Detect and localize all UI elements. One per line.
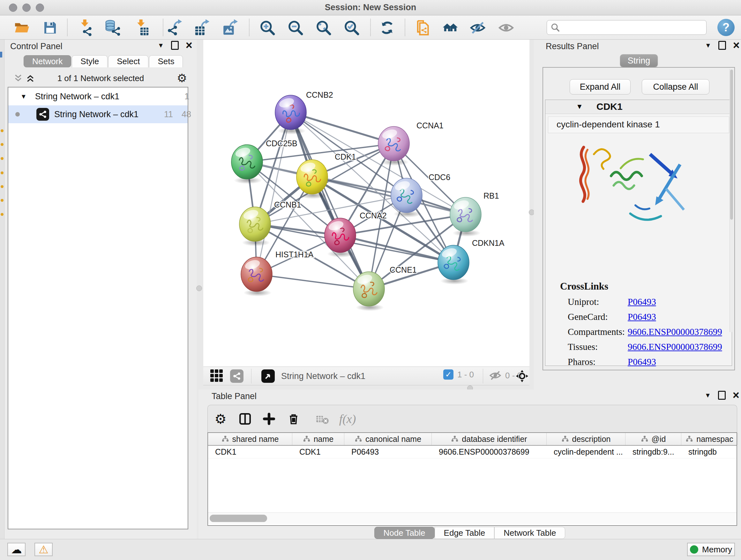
panel-close-icon[interactable]: × [733,391,739,400]
tab-node-table[interactable]: Node Table [374,527,434,539]
gene-section-header[interactable]: ▼ CDK1 [545,100,732,114]
edge-CCNB2-CCNA1[interactable] [291,112,394,144]
window-titlebar[interactable]: Session: New Session [0,0,741,15]
column-header-canonical-name[interactable]: canonical name [344,433,432,445]
delete-column-icon[interactable] [284,410,303,428]
network-overview-icon[interactable] [230,369,244,383]
export-network-icon[interactable] [166,18,185,37]
show-columns-icon[interactable] [236,410,254,428]
warnings-button[interactable]: ⚠ [35,543,53,556]
table-options-gear-icon[interactable]: ⚙ [211,410,230,428]
table-cell[interactable]: P06493 [344,446,432,458]
node-CCNB2[interactable] [275,95,307,134]
column-header-name[interactable]: name [292,433,344,445]
node-CDKN1A[interactable] [438,245,469,285]
node-CCNA2[interactable] [325,218,356,257]
panel-float-icon[interactable] [171,41,179,50]
clone-network-icon[interactable] [413,18,431,37]
import-network-database-icon[interactable] [103,18,122,37]
tab-select[interactable]: Select [108,55,148,67]
grid-view-icon[interactable] [210,369,223,382]
table-cell[interactable]: CDK1 [208,446,292,458]
fit-content-crosshair-icon[interactable] [515,369,529,383]
table-cell[interactable]: stringdb:9... [625,446,681,458]
open-session-icon[interactable] [12,18,31,37]
show-all-networks-icon[interactable] [441,18,460,37]
column-header-shared-name[interactable]: shared name [208,433,292,445]
collapse-all-button[interactable]: Collapse All [642,79,710,95]
delete-table-icon[interactable] [313,410,332,428]
export-image-icon[interactable] [222,18,240,37]
vertical-splitter-handle[interactable] [196,286,202,291]
node-CDC6[interactable] [391,178,422,217]
panel-close-icon[interactable]: × [733,41,740,50]
collapse-triangle-icon[interactable]: ▼ [20,93,27,100]
search-field[interactable] [547,20,706,35]
panel-float-icon[interactable] [718,41,726,50]
panel-menu-icon[interactable]: ▼ [705,42,711,49]
table-cell[interactable]: CDK1 [292,446,344,458]
network-options-gear-icon[interactable]: ⚙ [177,71,187,85]
zoom-out-icon[interactable] [286,18,305,37]
section-collapse-icon[interactable]: ▼ [576,103,583,111]
import-network-file-icon[interactable] [77,18,95,37]
column-header-description[interactable]: description [547,433,625,445]
table-cell[interactable]: stringdb [681,446,738,458]
show-selected-icon[interactable] [497,18,515,37]
node-CDC25B[interactable] [231,145,263,184]
node-CCNE1[interactable] [353,272,385,311]
node-RB1[interactable] [450,197,481,237]
crosslink-genecard[interactable]: P06493 [628,312,656,322]
expand-all-button[interactable]: Expand All [569,79,630,95]
node-CDK1[interactable] [296,160,328,199]
create-column-icon[interactable] [260,410,278,428]
help-icon[interactable]: ? [718,19,735,36]
tab-style[interactable]: Style [72,55,108,67]
tab-string[interactable]: String [620,54,658,67]
network-row-selected[interactable]: String Network – cdk1 11 48 [8,105,188,123]
tab-network[interactable]: Network [23,55,71,67]
column-header-namespac[interactable]: namespac [681,433,738,445]
selected-checkbox-icon[interactable]: ✓ [443,369,454,380]
column-header-database-identifier[interactable]: database identifier [432,433,547,445]
selected-nodes-indicator[interactable]: ✓ 1 - 0 [443,369,474,380]
tab-edge-table[interactable]: Edge Table [434,527,495,539]
export-table-icon[interactable] [193,18,212,37]
cloud-status-button[interactable]: ☁ [7,543,25,556]
results-scrollbar[interactable] [730,69,733,332]
network-canvas[interactable]: CCNB2CCNA1CDC25BCDK1CDC6RB1CCNB1CCNA2CDK… [203,40,529,367]
memory-button[interactable]: Memory [687,543,735,556]
function-builder-icon[interactable]: f(x) [338,410,357,428]
node-CCNA1[interactable] [378,126,409,166]
network-collection-row[interactable]: ▼ String Network – cdk1 1 [8,87,188,105]
table-cell[interactable]: cyclin-dependent ... [547,446,625,458]
crosslink-uniprot[interactable]: P06493 [628,297,656,307]
node-CCNB1[interactable] [239,207,271,246]
search-input[interactable] [560,23,697,32]
edge-CCNE1-HIST1H1A[interactable] [257,274,369,289]
panel-menu-icon[interactable]: ▼ [158,42,164,49]
hide-selected-icon[interactable] [468,18,487,37]
crosslink-compartments[interactable]: 9606.ENSP00000378699 [628,327,722,337]
birds-eye-view-icon[interactable] [261,369,275,383]
tab-sets[interactable]: Sets [149,55,183,67]
zoom-selected-icon[interactable] [342,18,361,37]
panel-float-icon[interactable] [718,391,726,400]
panel-close-icon[interactable]: × [186,41,192,50]
panel-menu-icon[interactable]: ▼ [704,392,711,399]
string-network-graph[interactable]: CCNB2CCNA1CDC25BCDK1CDC6RB1CCNB1CCNA2CDK… [203,40,529,367]
zoom-fit-icon[interactable] [314,18,333,37]
table-cell[interactable]: 9606.ENSP00000378699 [432,446,547,458]
crosslink-pharos[interactable]: P06493 [628,357,656,367]
refresh-icon[interactable] [378,18,396,37]
zoom-in-icon[interactable] [258,18,277,37]
import-table-file-icon[interactable] [133,18,151,37]
column-header--id[interactable]: @id [625,433,681,445]
crosslink-tissues[interactable]: 9606.ENSP00000378699 [628,341,722,352]
tab-network-table[interactable]: Network Table [494,527,565,539]
save-session-icon[interactable] [41,18,59,37]
scrollbar-thumb[interactable] [210,515,267,522]
table-horizontal-scrollbar[interactable] [208,512,737,524]
table-row[interactable]: CDK1CDK1P064939606.ENSP00000378699cyclin… [208,446,737,458]
node-HIST1H1A[interactable] [241,257,272,296]
